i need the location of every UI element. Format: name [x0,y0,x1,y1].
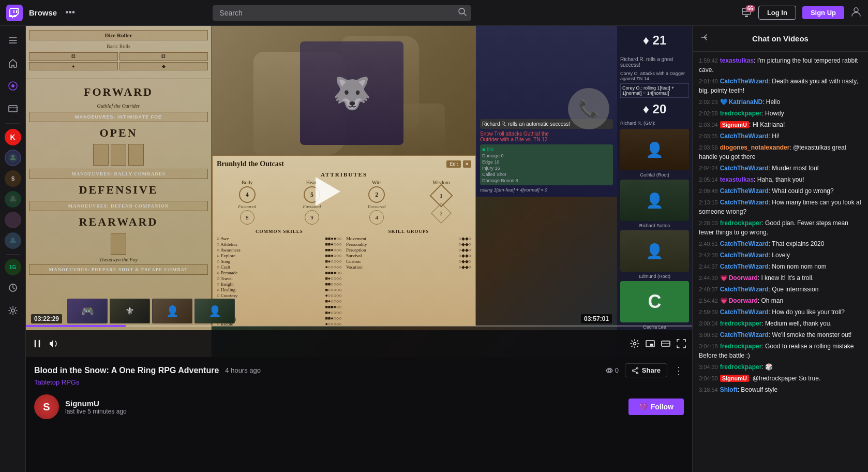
chat-message-text: : That explains 2020 [769,240,825,247]
chat-timestamp: 3:00:52 [699,332,718,338]
streamer-last-live: last live 5 minutes ago [65,408,628,415]
sidebar-avatar-k[interactable]: K [5,129,21,145]
dice-results-panel: ♦ 21 Richard R. rolls a great success! C… [617,26,692,357]
sidebar-avatar-person2[interactable] [5,150,21,166]
chat-username[interactable]: SignumU [720,375,749,382]
sidebar-home-button[interactable] [3,53,23,73]
chat-message: 2:02:23💙KatrianaND: Hello [699,97,862,107]
chat-timestamp: 3:18:54 [699,387,718,393]
fullscreen-button[interactable] [677,339,686,348]
settings-button[interactable] [630,339,639,348]
chat-username[interactable]: CatchTheWizard [720,252,769,259]
pip-button[interactable] [646,339,655,348]
chat-username[interactable]: Doorward [729,274,758,282]
sub-icon: 💗 [720,274,728,282]
chat-timestamp: 3:04:18 [699,343,718,349]
sidebar-avatar-person6[interactable] [5,232,21,249]
chat-username[interactable]: fredrockpaper [720,219,762,227]
chat-username[interactable]: Doorward [729,297,758,304]
play-pause-button[interactable] [32,338,42,349]
chat-timestamp: 2:40:51 [699,241,718,247]
streamer-avatar[interactable]: S [34,394,59,419]
chat-username[interactable]: CatchTheWizard [720,187,769,195]
notifications-button[interactable]: 66 [741,7,752,19]
chat-username[interactable]: CatchTheWizard [720,286,769,293]
sidebar-extra-button[interactable] [3,277,23,298]
streamer-name[interactable]: SignumU [65,399,628,408]
theatre-mode-button[interactable] [661,339,670,348]
chat-timestamp: 2:13:15 [699,199,718,205]
video-frame: Dice Roller Basic Rolls ⚄ ⚅ ♦ ◆ [26,26,692,357]
chat-username[interactable]: SignumU [720,121,749,128]
chat-username[interactable]: CatchTheWizard [720,240,769,247]
sidebar-browse-button[interactable] [3,98,23,119]
search-input[interactable] [213,5,471,21]
chat-username[interactable]: fredrockpaper [720,343,762,350]
chat-username[interactable]: fredrockpaper [720,110,762,117]
call-overlay[interactable]: 📞 [568,88,609,129]
more-options-button[interactable]: ••• [65,7,75,18]
video-category[interactable]: Tabletop RPGs [34,378,684,386]
video-thumbnails: 🎮 ⚜ 👤 👤 [67,299,235,323]
chat-message-text: : Howdy [761,110,784,117]
thumb-4[interactable]: 👤 [194,299,235,323]
chat-message-text: : Haha, thank you! [754,176,804,183]
volume-button[interactable] [49,338,59,349]
chat-message: 2:44:39💗Doorward: I knew it! It's a trol… [699,273,862,283]
browse-link[interactable]: Browse [29,8,57,17]
svg-point-16 [8,215,18,225]
follow-button[interactable]: 💜 Follow [628,399,684,415]
chat-username[interactable]: CatchTheWizard [720,199,769,206]
chat-username[interactable]: fredrockpaper [720,320,762,327]
chat-collapse-button[interactable] [699,32,709,45]
search-icon[interactable] [458,7,467,18]
chat-username[interactable]: CatchTheWizard [720,78,769,85]
content-area: Dice Roller Basic Rolls ⚄ ⚅ ♦ ◆ [26,26,692,472]
user-profile-icon[interactable] [850,6,862,20]
sidebar-settings-button[interactable] [3,300,23,321]
sidebar-avatar-person3[interactable]: S [5,170,21,187]
sidebar-divider [6,123,20,124]
chat-timestamp: 2:01:48 [699,78,718,84]
svg-point-20 [634,343,636,345]
chat-message-text: : What could go wrong? [769,187,834,195]
chat-username[interactable]: texastulkas [720,57,754,64]
sidebar-divider-2 [6,254,20,255]
video-age: 4 hours ago [225,366,261,374]
chat-timestamp: 2:04:24 [699,165,718,171]
chat-username[interactable]: Shloft [720,386,738,393]
chat-username[interactable]: CatchTheWizard [720,165,769,172]
chat-username[interactable]: fredrockpaper [720,363,762,371]
thumb-1[interactable]: 🎮 [67,299,108,323]
chat-username[interactable]: KatrianaND [729,98,762,106]
chat-username[interactable]: texastulkas [720,176,754,183]
sidebar-avatar-person4[interactable] [5,191,21,208]
chat-username[interactable]: CatchTheWizard [720,263,769,270]
twitch-logo[interactable] [6,5,23,21]
sidebar-following-button[interactable] [3,76,23,96]
chat-username[interactable]: CatchTheWizard [720,132,769,140]
signup-button[interactable]: Sign Up [802,6,844,19]
chat-message: 2:44:37CatchTheWizard: Nom nom nom nom [699,262,862,271]
chat-username[interactable]: diogones_notalexander [720,144,790,151]
sidebar-collapse-button[interactable] [3,30,23,51]
chat-message: 3:04:18fredrockpaper: Good to realise a … [699,342,862,360]
share-button[interactable]: Share [625,363,667,377]
thumb-3[interactable]: 👤 [152,299,192,323]
video-progress-fill [26,325,126,327]
sidebar-live-badge[interactable]: 1G [5,259,21,275]
play-button[interactable] [307,173,345,210]
sidebar-avatar-person5[interactable] [5,212,21,228]
chat-username[interactable]: CatchTheWizard [720,331,769,338]
video-overlay: Dice Roller Basic Rolls ⚄ ⚅ ♦ ◆ [26,26,692,357]
chat-message: 2:54:42💗Doorward: Oh man [699,296,862,305]
chat-message: 2:40:51CatchTheWizard: That explains 202… [699,239,862,248]
video-progress-bar[interactable] [26,325,692,327]
share-icon [632,367,639,374]
chat-message: 2:09:48CatchTheWizard: What could go wro… [699,186,862,196]
video-more-button[interactable]: ⋮ [674,364,684,377]
video-info: Blood in the Snow: A One Ring RPG Advent… [26,357,692,390]
login-button[interactable]: Log In [758,6,796,20]
chat-username[interactable]: CatchTheWizard [720,308,769,316]
thumb-2[interactable]: ⚜ [110,299,150,323]
